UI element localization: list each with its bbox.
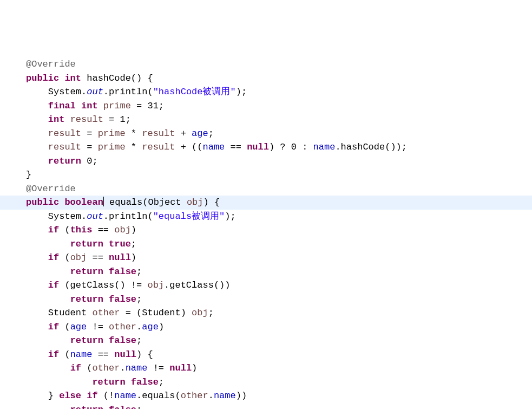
code-line[interactable]: Student other = (Student) obj; — [0, 306, 532, 320]
code-token: false — [131, 377, 159, 387]
code-line[interactable]: System.out.println("equals被调用"); — [0, 210, 532, 224]
code-token: ) — [131, 252, 136, 263]
code-token: "hashCode被调用" — [153, 87, 236, 97]
code-token — [103, 294, 109, 304]
code-token — [81, 73, 87, 83]
code-token: * — [126, 142, 142, 152]
code-token: obj — [70, 252, 87, 263]
code-token: == — [225, 142, 247, 152]
code-line[interactable]: if (getClass() != obj.getClass()) — [0, 278, 532, 293]
code-line[interactable]: return true; — [0, 237, 532, 251]
code-token: ) — [159, 322, 164, 332]
code-line[interactable]: return false; — [0, 334, 532, 348]
code-token: false — [109, 405, 136, 410]
code-line[interactable]: int result = 1; — [0, 113, 532, 127]
code-token: ( — [81, 363, 92, 373]
code-token: ) ? 0 : — [269, 142, 313, 152]
code-line[interactable]: public int hashCode() { — [0, 72, 532, 86]
code-line[interactable]: return 0; — [0, 154, 532, 168]
code-line[interactable]: @Override — [0, 182, 532, 196]
code-line[interactable]: if (name == null) { — [0, 348, 532, 362]
code-token — [81, 391, 87, 401]
code-token: .equals( — [136, 391, 181, 401]
code-token — [59, 197, 64, 207]
code-token: ); — [236, 87, 247, 97]
code-line[interactable]: result = prime * result + ((name == null… — [0, 140, 532, 154]
code-token: = 31; — [131, 101, 164, 111]
code-token: false — [109, 335, 136, 346]
code-editor[interactable]: @Overridepublic int hashCode() { System.… — [0, 55, 532, 409]
code-token: out — [87, 211, 103, 222]
code-token: name — [114, 391, 136, 401]
code-token: (! — [98, 391, 115, 401]
code-token: System. — [48, 211, 87, 222]
code-token: * — [126, 128, 142, 139]
code-token — [98, 101, 103, 111]
code-token: age — [142, 322, 159, 332]
code-token: final — [48, 101, 76, 111]
code-token: public — [26, 73, 59, 83]
code-token: result — [142, 128, 175, 139]
code-token: int — [64, 73, 81, 83]
code-token: } — [26, 170, 31, 180]
code-token — [59, 73, 64, 83]
code-token: ; — [208, 128, 214, 139]
code-token: return — [70, 405, 103, 410]
code-token: name — [203, 142, 225, 152]
code-token: other — [109, 322, 136, 332]
code-token: ( — [59, 322, 70, 332]
code-token: ); — [225, 211, 235, 222]
code-token: } — [48, 391, 59, 401]
code-token: name — [126, 363, 148, 373]
code-token: System. — [48, 87, 87, 97]
code-token: )) — [236, 391, 247, 401]
code-token: int — [48, 114, 65, 125]
code-token: return — [70, 267, 103, 277]
code-line[interactable]: if (other.name != null) — [0, 361, 532, 375]
code-line[interactable]: return false; — [0, 293, 532, 307]
code-token: age — [70, 322, 87, 332]
code-token: == — [87, 252, 109, 263]
code-token: public — [26, 197, 59, 207]
code-token: 0; — [81, 156, 98, 166]
code-token: != — [147, 363, 169, 373]
code-token: null — [247, 142, 269, 152]
code-token: prime — [98, 128, 126, 139]
code-token: other — [181, 391, 208, 401]
code-token: obj — [192, 308, 208, 318]
code-token: = — [81, 142, 98, 152]
code-token: ; — [208, 308, 214, 318]
code-token: result — [70, 114, 103, 125]
code-token: .println( — [103, 211, 153, 222]
code-token: return — [70, 335, 103, 346]
code-line[interactable]: if (age != other.age) — [0, 320, 532, 334]
code-token: equals — [109, 197, 142, 207]
code-token: boolean — [64, 197, 103, 207]
code-token: true — [109, 239, 131, 249]
code-token: if — [48, 225, 59, 235]
code-token — [126, 377, 131, 387]
code-line[interactable]: System.out.println("hashCode被调用"); — [0, 85, 532, 99]
code-line[interactable]: public boolean equals(Object obj) { — [0, 196, 532, 210]
code-token: result — [48, 128, 81, 139]
code-line[interactable]: } — [0, 168, 532, 182]
code-token: name — [313, 142, 336, 152]
code-line[interactable]: if (obj == null) — [0, 251, 532, 265]
code-token: ) { — [136, 349, 153, 360]
code-line[interactable]: } else if (!name.equals(other.name)) — [0, 389, 532, 403]
code-token: @Override — [26, 59, 76, 69]
code-token: ; — [136, 267, 142, 277]
code-line[interactable]: if (this == obj) — [0, 223, 532, 237]
code-line[interactable]: @Override — [0, 57, 532, 72]
code-line[interactable]: result = prime * result + age; — [0, 127, 532, 141]
code-token: null — [169, 363, 192, 373]
code-line[interactable]: return false; — [0, 265, 532, 279]
code-token: "equals被调用" — [153, 211, 225, 222]
code-token — [103, 335, 109, 346]
code-line[interactable]: final int prime = 31; — [0, 99, 532, 113]
code-line[interactable]: return false; — [0, 403, 532, 410]
code-token: other — [92, 363, 120, 373]
code-line[interactable]: return false; — [0, 375, 532, 389]
code-token: return — [48, 156, 81, 166]
code-token: obj — [114, 225, 131, 235]
